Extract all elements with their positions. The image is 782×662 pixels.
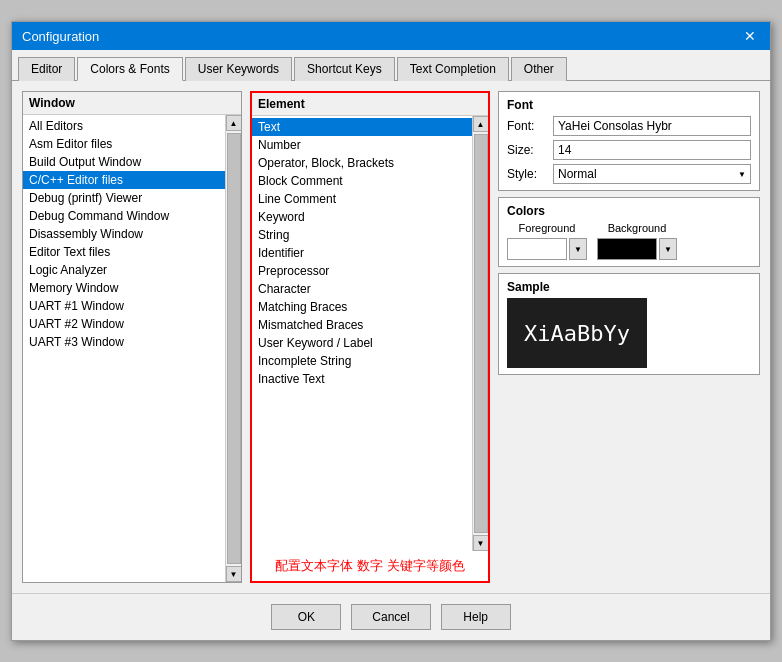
foreground-swatch <box>507 238 567 260</box>
style-dropdown[interactable]: Normal ▼ <box>553 164 751 184</box>
list-item[interactable]: Mismatched Braces <box>252 316 472 334</box>
title-bar: Configuration ✕ <box>12 22 770 50</box>
colors-section-title: Colors <box>507 204 751 218</box>
list-item[interactable]: Keyword <box>252 208 472 226</box>
foreground-label: Foreground <box>519 222 576 234</box>
tab-colors-fonts[interactable]: Colors & Fonts <box>77 57 182 81</box>
font-row: Font: YaHei Consolas Hybr <box>507 116 751 136</box>
list-item[interactable]: Logic Analyzer <box>23 261 225 279</box>
list-item[interactable]: Asm Editor files <box>23 135 225 153</box>
tab-user-keywords[interactable]: User Keywords <box>185 57 292 81</box>
list-item[interactable]: Matching Braces <box>252 298 472 316</box>
background-dropdown-button[interactable]: ▼ <box>659 238 677 260</box>
background-swatch <box>597 238 657 260</box>
list-item[interactable]: Identifier <box>252 244 472 262</box>
list-item[interactable]: Disassembly Window <box>23 225 225 243</box>
chevron-down-icon: ▼ <box>738 170 746 179</box>
scroll-down-arrow[interactable]: ▼ <box>473 535 489 551</box>
list-item[interactable]: String <box>252 226 472 244</box>
tab-other[interactable]: Other <box>511 57 567 81</box>
list-item[interactable]: Line Comment <box>252 190 472 208</box>
scroll-up-arrow[interactable]: ▲ <box>473 116 489 132</box>
element-list[interactable]: Text Number Operator, Block, Brackets Bl… <box>252 116 472 551</box>
style-label: Style: <box>507 167 547 181</box>
element-scrollbar[interactable]: ▲ ▼ <box>472 116 488 551</box>
font-value: YaHei Consolas Hybr <box>553 116 751 136</box>
style-value: Normal <box>558 167 597 181</box>
list-item[interactable]: Debug (printf) Viewer <box>23 189 225 207</box>
bottom-bar: OK Cancel Help <box>12 593 770 640</box>
close-button[interactable]: ✕ <box>740 28 760 44</box>
font-colors-container: Font Font: YaHei Consolas Hybr Size: 14 … <box>498 91 760 583</box>
panels-row: Window All Editors Asm Editor files Buil… <box>22 91 760 583</box>
background-col: Background ▼ <box>597 222 677 260</box>
list-item[interactable]: User Keyword / Label <box>252 334 472 352</box>
ok-button[interactable]: OK <box>271 604 341 630</box>
size-label: Size: <box>507 143 547 157</box>
sample-display: XiAaBbYy <box>507 298 647 368</box>
sample-text: XiAaBbYy <box>524 321 630 346</box>
font-box: Font Font: YaHei Consolas Hybr Size: 14 … <box>498 91 760 191</box>
colors-box: Colors Foreground ▼ Background <box>498 197 760 267</box>
list-item[interactable]: Incomplete String <box>252 352 472 370</box>
list-item[interactable]: Block Comment <box>252 172 472 190</box>
size-row: Size: 14 <box>507 140 751 160</box>
list-item[interactable]: Operator, Block, Brackets <box>252 154 472 172</box>
scroll-up-arrow[interactable]: ▲ <box>226 115 242 131</box>
foreground-col: Foreground ▼ <box>507 222 587 260</box>
list-item[interactable]: Build Output Window <box>23 153 225 171</box>
list-item[interactable]: UART #1 Window <box>23 297 225 315</box>
tab-bar: Editor Colors & Fonts User Keywords Shor… <box>12 50 770 81</box>
list-item[interactable]: Number <box>252 136 472 154</box>
list-item[interactable]: Editor Text files <box>23 243 225 261</box>
tab-text-completion[interactable]: Text Completion <box>397 57 509 81</box>
font-label: Font: <box>507 119 547 133</box>
list-item[interactable]: UART #2 Window <box>23 315 225 333</box>
foreground-swatch-row: ▼ <box>507 238 587 260</box>
list-item[interactable]: Inactive Text <box>252 370 472 388</box>
list-item[interactable]: All Editors <box>23 117 225 135</box>
window-list-container: All Editors Asm Editor files Build Outpu… <box>23 115 241 582</box>
list-item[interactable]: Text <box>252 118 472 136</box>
tab-shortcut-keys[interactable]: Shortcut Keys <box>294 57 395 81</box>
dialog-title: Configuration <box>22 29 99 44</box>
window-scrollbar[interactable]: ▲ ▼ <box>225 115 241 582</box>
window-panel-title: Window <box>23 92 241 115</box>
foreground-dropdown-button[interactable]: ▼ <box>569 238 587 260</box>
element-panel-title: Element <box>252 93 488 116</box>
tab-editor[interactable]: Editor <box>18 57 75 81</box>
background-swatch-row: ▼ <box>597 238 677 260</box>
scroll-thumb[interactable] <box>474 134 488 533</box>
window-list[interactable]: All Editors Asm Editor files Build Outpu… <box>23 115 225 582</box>
window-panel: Window All Editors Asm Editor files Buil… <box>22 91 242 583</box>
background-label: Background <box>608 222 667 234</box>
element-panel: Element Text Number Operator, Block, Bra… <box>250 91 490 583</box>
element-list-container: Text Number Operator, Block, Brackets Bl… <box>252 116 488 551</box>
main-content: Window All Editors Asm Editor files Buil… <box>12 81 770 593</box>
scroll-thumb[interactable] <box>227 133 241 564</box>
list-item[interactable]: C/C++ Editor files <box>23 171 225 189</box>
cancel-button[interactable]: Cancel <box>351 604 430 630</box>
style-row: Style: Normal ▼ <box>507 164 751 184</box>
list-item[interactable]: Memory Window <box>23 279 225 297</box>
help-button[interactable]: Help <box>441 604 511 630</box>
list-item[interactable]: Preprocessor <box>252 262 472 280</box>
list-item[interactable]: UART #3 Window <box>23 333 225 351</box>
sample-section-title: Sample <box>507 280 751 294</box>
list-item[interactable]: Debug Command Window <box>23 207 225 225</box>
list-item[interactable]: Character <box>252 280 472 298</box>
scroll-down-arrow[interactable]: ▼ <box>226 566 242 582</box>
font-section-title: Font <box>507 98 751 112</box>
sample-box-outer: Sample XiAaBbYy <box>498 273 760 375</box>
size-value: 14 <box>553 140 751 160</box>
note-text: 配置文本字体 数字 关键字等颜色 <box>252 551 488 581</box>
color-row: Foreground ▼ Background ▼ <box>507 222 751 260</box>
configuration-dialog: Configuration ✕ Editor Colors & Fonts Us… <box>11 21 771 641</box>
